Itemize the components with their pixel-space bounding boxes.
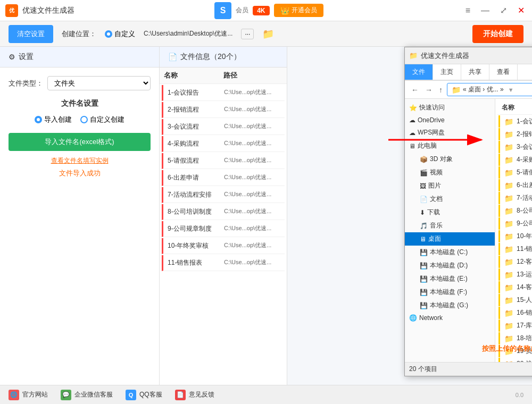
file-item-name: 16-销售合同 <box>517 308 532 317</box>
list-item[interactable]: 📁10-年终奖审核 <box>498 230 532 242</box>
list-item[interactable]: 📁2-报销流程 <box>498 128 532 140</box>
feedback-label: 意见反馈 <box>189 390 214 399</box>
tree-item[interactable]: 💾本地磁盘 (E:) <box>405 272 495 285</box>
tree-item[interactable]: 💾本地磁盘 (C:) <box>405 246 495 259</box>
list-item[interactable]: 📁12-客户报表 <box>498 256 532 268</box>
folder-icon: 📁 <box>504 156 513 164</box>
tree-item-icon: 🎬 <box>420 169 428 176</box>
status-qq[interactable]: Q QQ客服 <box>126 390 162 400</box>
minimize-button[interactable]: — <box>479 6 492 15</box>
folder-icon: 📁 <box>504 194 513 203</box>
account-label: 会员 <box>236 6 248 15</box>
more-button[interactable]: ··· <box>241 29 254 39</box>
file-type-select[interactable]: 文件夹 <box>47 76 151 90</box>
tree-item[interactable]: 🌐Network <box>405 312 495 324</box>
tree-item-icon: 🖥 <box>409 142 415 150</box>
list-item[interactable]: 📁18-培训计划表 <box>498 332 532 344</box>
folder-icon: 📁 <box>504 232 513 241</box>
list-item[interactable]: 📁11-销售报表 <box>498 243 532 255</box>
list-item[interactable]: 📁4-采购流程 <box>498 154 532 166</box>
close-button[interactable]: ✕ <box>516 5 527 15</box>
folder-icon: 📁 <box>504 283 513 292</box>
file-item-name: 4-采购流程 <box>517 155 532 164</box>
up-button[interactable]: ↑ <box>437 85 445 95</box>
list-item[interactable]: 📁3-会议流程 <box>498 141 532 153</box>
tree-item-icon: 📄 <box>420 196 428 203</box>
tree-item-icon: 💾 <box>420 275 428 283</box>
list-item[interactable]: 📁6-出差申请 <box>498 179 532 191</box>
addr-dropdown[interactable]: ▼ <box>508 87 514 93</box>
ribbon: 文件 主页 共享 查看 ❓ <box>405 64 532 81</box>
tree-item-icon: ☁ <box>409 129 415 137</box>
list-item[interactable]: 📁9-公司规章制度 <box>498 217 532 230</box>
list-item[interactable]: 📁1-会议报告 <box>498 115 532 128</box>
tree-item[interactable]: 🎬视频 <box>405 166 495 179</box>
tree-item[interactable]: 🎵音乐 <box>405 219 495 232</box>
start-button[interactable]: 开始创建 <box>472 25 523 43</box>
tree-item[interactable]: ☁OneDrive <box>405 114 495 126</box>
address-bar: ← → ↑ 📁 « 桌面 › 优... » ▼ ↻ 搜索 🔍 <box>405 81 532 99</box>
tree-item[interactable]: 📦3D 对象 <box>405 153 495 166</box>
list-item[interactable]: 📁15-人力资源合同 <box>498 294 532 306</box>
main-layout: ⚙ 设置 文件类型： 文件夹 文件名设置 导入创建 自定义创建 <box>0 47 532 385</box>
tab-home[interactable]: 主页 <box>433 64 461 80</box>
list-item[interactable]: 📁5-请假流程 <box>498 166 532 179</box>
back-button[interactable]: ← <box>409 85 421 95</box>
tree-item-label: 音乐 <box>430 221 443 230</box>
menu-button[interactable]: ≡ <box>463 6 472 15</box>
list-item[interactable]: 📁20-战略规划 <box>498 358 532 362</box>
tree-item-label: 文档 <box>430 195 443 204</box>
tree-item[interactable]: ⭐快速访问 <box>405 101 495 114</box>
status-feedback[interactable]: 📄 意见反馈 <box>175 390 214 400</box>
tree-item[interactable]: 💾本地磁盘 (D:) <box>405 259 495 272</box>
tree-item[interactable]: 🖼图片 <box>405 179 495 192</box>
tree-item[interactable]: 🖥此电脑 <box>405 139 495 153</box>
list-item[interactable]: 📁7-活动流程安排 <box>498 192 532 204</box>
explorer-files-list: 📁1-会议报告📁2-报销流程📁3-会议流程📁4-采购流程📁5-请假流程📁6-出差… <box>497 115 532 362</box>
explorer-status-bar: 20 个项目 ☰ ⊞ <box>405 362 532 376</box>
example-link[interactable]: 查看文件名填写实例 <box>9 156 151 165</box>
maximize-button[interactable]: ⤢ <box>498 5 509 15</box>
tab-view[interactable]: 查看 <box>489 64 518 80</box>
import-button[interactable]: 导入文件名(excel格式) <box>9 133 151 151</box>
tree-item[interactable]: ☁WPS网盘 <box>405 126 495 139</box>
file-path: C:\Use...op\优速... <box>224 156 280 165</box>
file-table-header: 名称 路径 <box>160 68 287 84</box>
radio-custom[interactable]: 自定义创建 <box>80 115 124 124</box>
folder-icon: 📁 <box>504 258 513 266</box>
file-name: 2-报销流程 <box>168 105 224 114</box>
tree-item-icon: ⬇ <box>420 209 425 216</box>
list-item[interactable]: 📁8-公司培训制度 <box>498 205 532 217</box>
status-official-site[interactable]: 🌐 官方网站 <box>9 390 48 400</box>
qq-icon: Q <box>126 390 136 400</box>
list-item[interactable]: 📁13-运营计划表 <box>498 268 532 281</box>
tree-item[interactable]: 💾本地磁盘 (F:) <box>405 285 495 299</box>
file-item-name: 10-年终奖审核 <box>517 232 532 241</box>
tree-item-icon: 📦 <box>420 156 428 163</box>
table-row: 3-会议流程 C:\Use...op\优速... <box>162 119 285 135</box>
tree-item-icon: ☁ <box>409 116 415 124</box>
radio-import[interactable]: 导入创建 <box>35 115 72 124</box>
folder-icon: 📁 <box>504 117 513 126</box>
status-wechat[interactable]: 💬 企业微信客服 <box>61 390 113 400</box>
list-item[interactable]: 📁14-客户联系表 <box>498 281 532 293</box>
tree-item[interactable]: 📄文档 <box>405 192 495 206</box>
tab-file[interactable]: 文件 <box>405 64 433 80</box>
file-path: C:\Use...op\优速... <box>224 105 280 114</box>
list-item[interactable]: 📁16-销售合同 <box>498 307 532 319</box>
custom-radio[interactable]: 自定义 <box>105 29 135 39</box>
tree-item[interactable]: 🖥桌面 <box>405 232 495 246</box>
clear-button[interactable]: 清空设置 <box>9 25 53 43</box>
tree-item[interactable]: 💾本地磁盘 (G:) <box>405 299 495 312</box>
tree-item-icon: 🖥 <box>420 235 426 243</box>
folder-icon-button[interactable]: 📁 <box>262 28 274 40</box>
list-item[interactable]: 📁17-库存表 <box>498 319 532 332</box>
tree-item-label: 本地磁盘 (E:) <box>430 274 468 283</box>
forward-button[interactable]: → <box>423 85 435 95</box>
tree-item[interactable]: ⬇下载 <box>405 206 495 219</box>
tab-share[interactable]: 共享 <box>461 64 489 80</box>
vip-button[interactable]: 👑 开通会员 <box>274 4 323 17</box>
folder-icon: 📁 <box>504 169 513 177</box>
address-box[interactable]: 📁 « 桌面 › 优... » ▼ <box>447 83 532 96</box>
file-item-name: 15-人力资源合同 <box>517 296 532 305</box>
